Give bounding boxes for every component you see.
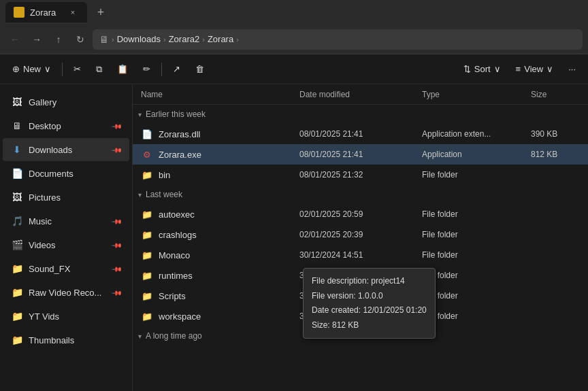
more-icon: ···: [568, 64, 576, 74]
sidebar-item-label: Pictures: [29, 192, 121, 203]
pin-icon: 📌: [112, 287, 122, 298]
thumbnails-icon: 📁: [11, 334, 23, 346]
file-type: Application exten...: [419, 129, 528, 139]
file-type: File folder: [419, 170, 528, 180]
section-chevron: ▾: [138, 111, 142, 118]
file-modified: 08/01/2025 21:41: [297, 129, 419, 139]
active-tab[interactable]: Zorara ×: [5, 2, 87, 22]
file-type: Application: [419, 150, 528, 159]
sidebar-item-desktop[interactable]: 🖥 Desktop 📌: [3, 114, 129, 137]
sidebar-item-documents[interactable]: 📄 Documents: [3, 162, 129, 185]
sort-icon: ⇅: [463, 64, 471, 74]
section-last-week: ▾ Last week: [133, 185, 588, 204]
new-label: New: [23, 64, 41, 74]
sidebar-item-label: Music: [29, 216, 108, 226]
breadcrumb-downloads[interactable]: Downloads: [117, 34, 161, 44]
gallery-icon: 🖼: [11, 96, 23, 108]
file-modified: 08/01/2025 21:41: [297, 150, 419, 159]
file-name: Monaco: [159, 250, 190, 260]
up-button[interactable]: ↑: [49, 30, 68, 49]
back-button[interactable]: ←: [5, 30, 24, 49]
file-type: File folder: [419, 230, 528, 239]
new-chevron: ∨: [44, 64, 51, 74]
separator-2: [161, 63, 162, 76]
breadcrumb-zorara2[interactable]: Zorara2: [169, 34, 200, 44]
sidebar-item-label: Downloads: [29, 145, 108, 155]
forward-button[interactable]: →: [27, 30, 46, 49]
folder-icon: 📁: [141, 169, 153, 181]
rename-button[interactable]: ✏: [136, 58, 157, 80]
breadcrumb-zorara[interactable]: Zorara: [208, 34, 233, 44]
file-row-autoexec[interactable]: 📁 autoexec 02/01/2025 20:59 File folder: [133, 204, 588, 224]
new-button[interactable]: ⊕ New ∨: [5, 58, 58, 80]
paste-button[interactable]: 📋: [110, 58, 135, 80]
sidebar: 🖼 Gallery 🖥 Desktop 📌 ⬇ Downloads 📌 📄 Do…: [0, 84, 133, 391]
sort-button[interactable]: ⇅ Sort ∨: [457, 58, 508, 80]
file-row-zorara-exe[interactable]: ⚙ Zorara.exe 08/01/2025 21:41 Applicatio…: [133, 144, 588, 165]
folder-icon: 📁: [141, 249, 153, 261]
yt-vids-icon: 📁: [11, 310, 23, 322]
col-modified: Date modified: [297, 90, 419, 99]
file-modified: 02/01/2025 20:39: [297, 230, 419, 239]
file-row-bin[interactable]: 📁 bin 08/01/2025 21:32 File folder: [133, 165, 588, 185]
title-bar: Zorara × +: [0, 0, 588, 24]
copy-button[interactable]: ⧉: [89, 58, 109, 80]
more-button[interactable]: ···: [561, 58, 583, 80]
delete-icon: 🗑: [195, 64, 204, 74]
sidebar-item-raw-video[interactable]: 📁 Raw Video Reco... 📌: [3, 281, 129, 304]
file-name: Scripts: [159, 291, 186, 301]
section-label: Last week: [146, 190, 182, 199]
col-size: Size: [528, 90, 583, 99]
file-size: 390 KB: [528, 129, 583, 139]
sidebar-item-thumbnails[interactable]: 📁 Thumbnails: [3, 328, 129, 352]
downloads-icon: ⬇: [11, 143, 23, 156]
file-row-crashlogs[interactable]: 📁 crashlogs 02/01/2025 20:39 File folder: [133, 224, 588, 245]
file-modified: 02/01/2025 20:59: [297, 209, 419, 219]
delete-button[interactable]: 🗑: [189, 58, 211, 80]
file-tooltip: File description: project14 File version…: [303, 268, 436, 339]
view-icon: ≡: [516, 64, 521, 74]
folder-icon: 📁: [141, 310, 153, 322]
sort-label: Sort: [474, 64, 491, 74]
col-name: Name: [138, 90, 297, 99]
share-button[interactable]: ↗: [166, 58, 187, 80]
desktop-icon: 🖥: [11, 120, 23, 132]
section-label: Earlier this week: [146, 109, 206, 119]
new-tab-button[interactable]: +: [91, 3, 110, 22]
paste-icon: 📋: [117, 64, 128, 74]
sidebar-item-label: Raw Video Reco...: [29, 288, 108, 298]
file-type: File folder: [419, 311, 528, 321]
cut-icon: ✂: [74, 64, 81, 74]
tab-folder-icon: [14, 7, 24, 18]
cut-button[interactable]: ✂: [67, 58, 88, 80]
sidebar-item-yt-vids[interactable]: 📁 YT Vids: [3, 305, 129, 328]
pin-icon: 📌: [112, 144, 122, 155]
view-button[interactable]: ≡ View ∨: [509, 58, 561, 80]
share-icon: ↗: [173, 64, 180, 74]
file-type: File folder: [419, 291, 528, 301]
pictures-icon: 🖼: [11, 191, 23, 203]
sidebar-item-videos[interactable]: 🎬 Videos 📌: [3, 233, 129, 256]
pin-icon: 📌: [112, 216, 122, 226]
file-row[interactable]: 📄 Zoraras.dll 08/01/2025 21:41 Applicati…: [133, 124, 588, 144]
address-box[interactable]: 🖥 › Downloads › Zorara2 › Zorara ›: [93, 29, 583, 50]
tab-close-button[interactable]: ×: [67, 6, 79, 18]
videos-icon: 🎬: [11, 239, 23, 251]
file-row-monaco[interactable]: 📁 Monaco 30/12/2024 14:51 File folder: [133, 245, 588, 265]
file-type: File folder: [419, 250, 528, 260]
monitor-icon: 🖥: [99, 34, 109, 45]
tooltip-version: File version: 1.0.0.0: [312, 289, 427, 304]
file-name: workspace: [159, 311, 201, 322]
sidebar-item-downloads[interactable]: ⬇ Downloads 📌: [3, 138, 129, 161]
sidebar-item-sound-fx[interactable]: 📁 Sound_FX 📌: [3, 257, 129, 280]
music-icon: 🎵: [11, 215, 23, 227]
sidebar-item-music[interactable]: 🎵 Music 📌: [3, 209, 129, 233]
file-name: Zoraras.dll: [159, 129, 200, 139]
sidebar-item-gallery[interactable]: 🖼 Gallery: [3, 90, 129, 114]
refresh-button[interactable]: ↻: [71, 30, 90, 49]
sidebar-item-pictures[interactable]: 🖼 Pictures: [3, 186, 129, 209]
sidebar-item-label: Sound_FX: [29, 264, 108, 274]
pin-icon: 📌: [112, 263, 122, 274]
view-label: View: [524, 64, 543, 74]
folder-icon: 📁: [141, 228, 153, 241]
